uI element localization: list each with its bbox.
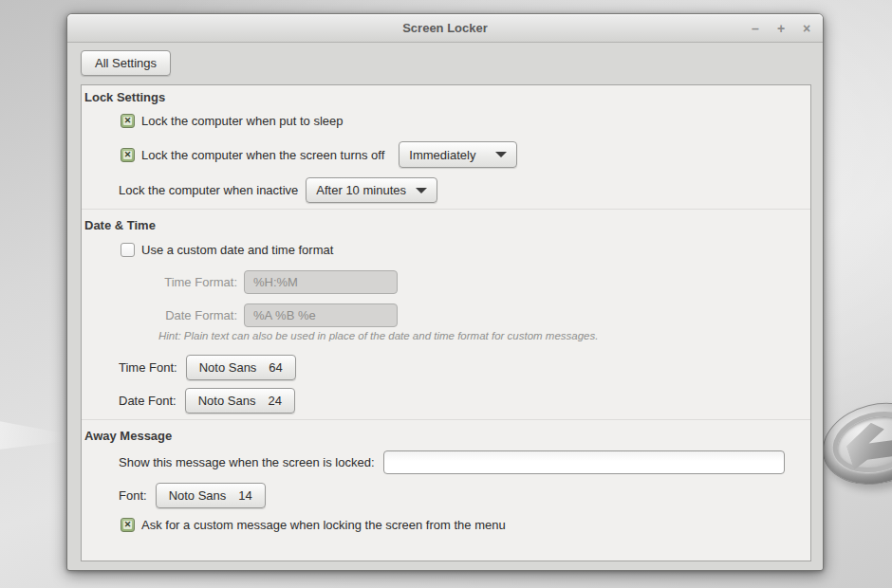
chevron-down-icon <box>495 152 507 157</box>
checkmark-icon: ✕ <box>123 151 132 159</box>
time-font-button[interactable]: Noto Sans 64 <box>186 355 296 380</box>
row-date-font: Date Font: Noto Sans 24 <box>119 388 295 413</box>
lock-on-sleep-label: Lock the computer when put to sleep <box>141 114 343 128</box>
time-font-label: Time Font: <box>119 360 177 375</box>
close-icon[interactable]: × <box>800 14 813 43</box>
date-font-size: 24 <box>268 394 281 408</box>
date-font-button[interactable]: Noto Sans 24 <box>185 388 295 413</box>
date-format-label: Date Format: <box>158 308 237 322</box>
inactive-delay-dropdown[interactable]: After 10 minutes <box>306 177 437 203</box>
date-font-label: Date Font: <box>119 394 177 408</box>
lock-on-screen-off-checkbox[interactable]: ✕ <box>121 148 135 162</box>
time-format-label: Time Format: <box>158 275 237 289</box>
section-title-date-time: Date & Time <box>84 218 156 232</box>
ask-custom-message-checkbox[interactable]: ✕ <box>121 518 135 532</box>
date-format-input[interactable]: %A %B %e <box>244 303 398 327</box>
screen-locker-window: Screen Locker – + × All Settings Lock Se… <box>66 13 824 571</box>
row-lock-on-sleep: ✕ Lock the computer when put to sleep <box>121 114 343 128</box>
away-message-input[interactable] <box>383 450 785 474</box>
custom-format-label: Use a custom date and time format <box>141 243 333 257</box>
row-lock-when-inactive: Lock the computer when inactive After 10… <box>119 177 437 203</box>
lock-on-sleep-checkbox[interactable]: ✕ <box>121 114 135 128</box>
window-title: Screen Locker <box>67 14 823 43</box>
section-title-away-message: Away Message <box>84 429 172 443</box>
away-font-label: Font: <box>119 488 147 503</box>
section-title-lock-settings: Lock Settings <box>84 90 165 104</box>
time-format-input[interactable]: %H:%M <box>244 270 398 294</box>
row-lock-on-screen-off: ✕ Lock the computer when the screen turn… <box>121 141 517 168</box>
toolbar: All Settings <box>67 43 823 84</box>
custom-format-checkbox[interactable]: ✕ <box>121 243 135 257</box>
chevron-down-icon <box>416 188 427 193</box>
mint-logo-emblem <box>822 404 892 491</box>
minimize-icon[interactable]: – <box>749 14 762 43</box>
away-font-button[interactable]: Noto Sans 14 <box>156 483 266 508</box>
section-separator <box>82 209 810 210</box>
inactive-delay-value: After 10 minutes <box>316 183 406 197</box>
row-away-font: Font: Noto Sans 14 <box>119 483 266 508</box>
away-font-size: 14 <box>238 488 251 503</box>
screen-off-delay-value: Immediately <box>409 148 475 162</box>
row-time-font: Time Font: Noto Sans 64 <box>119 355 296 380</box>
settings-panel: Lock Settings ✕ Lock the computer when p… <box>81 84 811 561</box>
row-time-format: Time Format: %H:%M <box>158 270 398 294</box>
titlebar[interactable]: Screen Locker – + × <box>67 14 823 43</box>
time-font-name: Noto Sans <box>199 360 257 375</box>
date-font-name: Noto Sans <box>198 394 256 408</box>
screen-off-delay-dropdown[interactable]: Immediately <box>399 141 517 168</box>
window-controls: – + × <box>749 14 813 43</box>
ask-custom-message-label: Ask for a custom message when locking th… <box>141 518 506 532</box>
checkmark-icon: ✕ <box>123 117 132 125</box>
section-separator <box>82 419 810 420</box>
checkmark-icon: ✕ <box>123 521 132 529</box>
all-settings-button[interactable]: All Settings <box>81 50 171 76</box>
row-custom-format: ✕ Use a custom date and time format <box>121 243 333 257</box>
away-font-name: Noto Sans <box>169 488 227 503</box>
format-hint-text: Hint: Plain text can also be used in pla… <box>158 330 598 341</box>
away-message-label: Show this message when the screen is loc… <box>119 455 375 469</box>
time-font-size: 64 <box>269 360 282 375</box>
row-ask-custom-message: ✕ Ask for a custom message when locking … <box>121 518 506 532</box>
row-away-message: Show this message when the screen is loc… <box>119 450 785 474</box>
row-date-format: Date Format: %A %B %e <box>158 303 398 327</box>
lock-on-screen-off-label: Lock the computer when the screen turns … <box>141 148 384 162</box>
lock-when-inactive-label: Lock the computer when inactive <box>119 183 298 197</box>
maximize-icon[interactable]: + <box>774 14 788 43</box>
